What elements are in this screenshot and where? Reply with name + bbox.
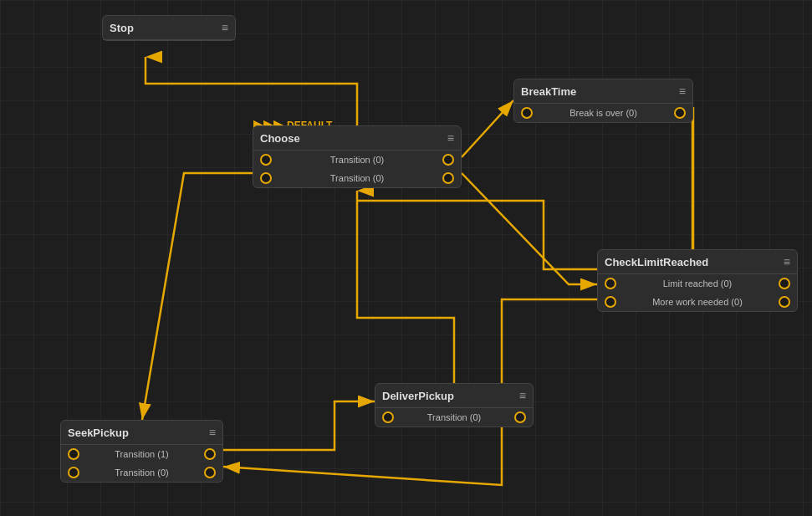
node-deliverpickup-header: DeliverPickup ≡ xyxy=(375,384,533,408)
node-stop: Stop ≡ xyxy=(102,15,236,41)
node-seekpickup-row-0: Transition (1) xyxy=(61,445,222,463)
node-choose-row-0: Transition (0) xyxy=(253,151,461,169)
node-checklimitreached-title: CheckLimitReached xyxy=(605,256,708,268)
port-deliverpickup-left-0[interactable] xyxy=(382,411,394,423)
node-breaktime-menu-icon[interactable]: ≡ xyxy=(679,84,686,98)
node-breaktime-header: BreakTime ≡ xyxy=(514,79,692,104)
node-breaktime: BreakTime ≡ Break is over (0) xyxy=(513,79,693,123)
node-breaktime-label-0: Break is over (0) xyxy=(538,108,669,118)
port-seekpickup-left-0[interactable] xyxy=(68,448,79,460)
port-breaktime-left-0[interactable] xyxy=(521,107,533,119)
port-seekpickup-right-1[interactable] xyxy=(204,467,216,478)
port-choose-right-0[interactable] xyxy=(442,154,454,166)
node-seekpickup-header: SeekPickup ≡ xyxy=(61,421,222,445)
node-seekpickup-title: SeekPickup xyxy=(68,427,129,439)
node-checklimitreached-label-1: More work needed (0) xyxy=(621,297,774,307)
node-checklimitreached: CheckLimitReached ≡ Limit reached (0) Mo… xyxy=(597,249,798,312)
node-stop-menu-icon[interactable]: ≡ xyxy=(222,21,228,34)
node-choose-title: Choose xyxy=(260,132,300,145)
port-checklimitreached-right-1[interactable] xyxy=(779,296,790,308)
node-checklimitreached-label-0: Limit reached (0) xyxy=(621,278,774,289)
port-checklimitreached-left-0[interactable] xyxy=(605,278,616,289)
node-deliverpickup: DeliverPickup ≡ Transition (0) xyxy=(375,383,534,427)
node-stop-title: Stop xyxy=(110,22,134,34)
port-seekpickup-right-0[interactable] xyxy=(204,448,216,460)
node-checklimitreached-row-0: Limit reached (0) xyxy=(598,274,797,293)
node-deliverpickup-title: DeliverPickup xyxy=(382,390,454,402)
port-seekpickup-left-1[interactable] xyxy=(68,467,79,478)
port-choose-left-1[interactable] xyxy=(260,172,272,184)
node-checklimitreached-menu-icon[interactable]: ≡ xyxy=(784,255,790,268)
node-checklimitreached-header: CheckLimitReached ≡ xyxy=(598,250,797,274)
node-checklimitreached-row-1: More work needed (0) xyxy=(598,293,797,311)
node-choose-menu-icon[interactable]: ≡ xyxy=(447,131,454,145)
port-choose-right-1[interactable] xyxy=(442,172,454,184)
port-breaktime-right-0[interactable] xyxy=(674,107,686,119)
node-choose-row-1: Transition (0) xyxy=(253,169,461,187)
node-deliverpickup-menu-icon[interactable]: ≡ xyxy=(519,389,526,402)
node-deliverpickup-label-0: Transition (0) xyxy=(399,412,509,422)
port-checklimitreached-right-0[interactable] xyxy=(779,278,790,289)
node-seekpickup-row-1: Transition (0) xyxy=(61,463,222,482)
node-stop-header: Stop ≡ xyxy=(103,16,235,40)
port-deliverpickup-right-0[interactable] xyxy=(514,411,526,423)
node-breaktime-row-0: Break is over (0) xyxy=(514,104,692,122)
node-choose-header: Choose ≡ xyxy=(253,126,461,151)
node-breaktime-title: BreakTime xyxy=(521,85,576,98)
node-choose-label-1: Transition (0) xyxy=(277,173,437,183)
node-seekpickup-label-1: Transition (0) xyxy=(84,467,199,478)
node-choose: Choose ≡ Transition (0) Transition (0) xyxy=(253,125,462,188)
node-seekpickup-label-0: Transition (1) xyxy=(84,449,199,459)
node-seekpickup: SeekPickup ≡ Transition (1) Transition (… xyxy=(60,420,223,483)
node-deliverpickup-row-0: Transition (0) xyxy=(375,408,533,427)
node-choose-label-0: Transition (0) xyxy=(277,155,437,165)
node-seekpickup-menu-icon[interactable]: ≡ xyxy=(209,426,216,439)
port-choose-left-0[interactable] xyxy=(260,154,272,166)
port-checklimitreached-left-1[interactable] xyxy=(605,296,616,308)
